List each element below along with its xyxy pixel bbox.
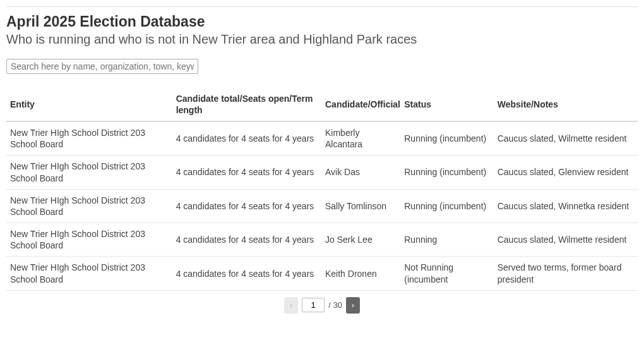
cell-entity: New Trier HIgh School District 203 Schoo… bbox=[6, 189, 172, 223]
prev-page-button[interactable]: ‹ bbox=[284, 297, 298, 314]
cell-seats: 4 candidates for 4 seats for 4 years bbox=[172, 121, 321, 156]
cell-candidate: Jo Serk Lee bbox=[321, 223, 400, 257]
cell-entity: New Trier HIgh School District 203 Schoo… bbox=[6, 156, 172, 189]
cell-seats: 4 candidates for 4 seats for 4 years bbox=[172, 189, 321, 223]
cell-seats: 4 candidates for 4 seats for 4 years bbox=[172, 257, 321, 290]
col-status[interactable]: Status bbox=[400, 88, 493, 121]
divider-top bbox=[6, 6, 638, 7]
cell-notes: Served two terms, former board president bbox=[494, 257, 638, 290]
cell-candidate: Avik Das bbox=[321, 156, 400, 189]
cell-seats: 4 candidates for 4 seats for 4 years bbox=[172, 223, 321, 257]
cell-entity: New Trier HIgh School District 203 Schoo… bbox=[6, 121, 172, 156]
page-title: April 2025 Election Database bbox=[6, 13, 638, 31]
cell-notes: Caucus slated, Winnetka resident bbox=[494, 189, 638, 223]
table-row: New Trier HIgh School District 203 Schoo… bbox=[6, 257, 638, 290]
col-candidate[interactable]: Candidate/Official bbox=[321, 88, 400, 121]
col-seats[interactable]: Candidate total/Seats open/Term length bbox=[172, 88, 321, 121]
cell-status: Running bbox=[400, 223, 493, 257]
cell-entity: New Trier HIgh School District 203 Schoo… bbox=[6, 223, 172, 257]
cell-status: Running (incumbent) bbox=[400, 189, 493, 223]
table-row: New Trier HIgh School District 203 Schoo… bbox=[6, 223, 638, 257]
pager: ‹ / 30 › bbox=[6, 297, 638, 314]
col-entity[interactable]: Entity bbox=[6, 88, 172, 121]
table-row: New Trier HIgh School District 203 Schoo… bbox=[6, 189, 638, 223]
cell-notes: Caucus slated, Glenview resident bbox=[494, 156, 638, 189]
cell-entity: New Trier HIgh School District 203 Schoo… bbox=[6, 257, 172, 290]
page-number-input[interactable] bbox=[302, 298, 325, 312]
page-total: / 30 bbox=[328, 300, 342, 310]
next-page-button[interactable]: › bbox=[346, 297, 360, 314]
cell-status: Running (incumbent) bbox=[400, 156, 493, 189]
table-row: New Trier HIgh School District 203 Schoo… bbox=[6, 121, 638, 156]
cell-candidate: Sally Tomlinson bbox=[321, 189, 400, 223]
cell-seats: 4 candidates for 4 seats for 4 years bbox=[172, 156, 321, 189]
title-block: April 2025 Election Database Who is runn… bbox=[6, 12, 638, 59]
page-subtitle: Who is running and who is not in New Tri… bbox=[6, 31, 638, 47]
col-notes[interactable]: Website/Notes bbox=[494, 88, 638, 121]
cell-notes: Caucus slated, Wilmette resident bbox=[494, 223, 638, 257]
cell-status: Running (incumbent) bbox=[400, 121, 493, 156]
cell-candidate: Keith Dronen bbox=[321, 257, 400, 290]
table-header-row: Entity Candidate total/Seats open/Term l… bbox=[6, 88, 638, 121]
results-table: Entity Candidate total/Seats open/Term l… bbox=[6, 88, 638, 291]
cell-candidate: Kimberly Alcantara bbox=[321, 121, 400, 156]
cell-notes: Caucus slated, Wilmette resident bbox=[494, 121, 638, 156]
search-input[interactable] bbox=[6, 59, 198, 74]
search-wrap bbox=[6, 59, 638, 74]
table-row: New Trier HIgh School District 203 Schoo… bbox=[6, 156, 638, 189]
cell-status: Not Running (incumbent bbox=[400, 257, 493, 290]
